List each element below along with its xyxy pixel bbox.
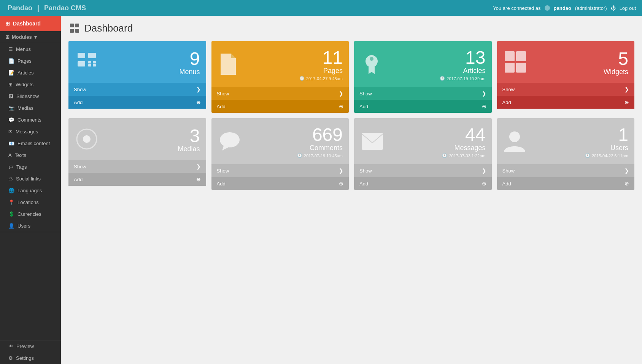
comments-add-link[interactable]: Add ⊕: [211, 177, 349, 190]
messages-date-value: 2017-07-03 1:22pm: [449, 154, 485, 158]
comments-icon: 💬: [8, 117, 14, 123]
articles-add-link[interactable]: Add ⊕: [354, 100, 492, 113]
comments-label: Comments: [297, 144, 343, 152]
cms-name: Pandao CMS: [44, 4, 86, 12]
page-title: Dashboard: [84, 22, 133, 34]
sidebar-item-users[interactable]: 👤 Users: [0, 220, 61, 232]
svg-rect-1: [75, 24, 79, 27]
sidebar-item-menus[interactable]: ☰ Menus: [0, 43, 61, 55]
svg-rect-14: [516, 51, 526, 61]
card-medias-actions: Show ❯ Add ⊕: [68, 160, 206, 186]
widgets-add-link[interactable]: Add ⊕: [497, 96, 635, 109]
pages-show-link[interactable]: Show ❯: [211, 87, 349, 100]
clock-icon: 🕐: [585, 153, 590, 158]
menus-count: 9: [179, 50, 200, 68]
plus-circle-icon: ⊕: [625, 99, 629, 105]
messages-show-link[interactable]: Show ❯: [354, 164, 492, 177]
power-icon: ⏻: [611, 5, 616, 11]
username: pandao: [554, 5, 571, 11]
sidebar-item-messages-label: Messages: [16, 129, 38, 135]
pages-count: 11: [299, 49, 343, 67]
sidebar-bottom: 👁 Preview ⚙ Settings: [0, 340, 61, 364]
sidebar-item-emails[interactable]: 📧 Emails content: [0, 138, 61, 149]
dashboard-header-icon: [68, 22, 81, 34]
layout: ⊞ Dashboard ⊞ Modules ▾ ☰ Menus 📄 Pages …: [0, 16, 642, 364]
sidebar-item-slideshow[interactable]: 🖼 Slideshow: [0, 90, 61, 102]
menus-icon: ☰: [8, 46, 13, 52]
clock-icon: 🕐: [297, 153, 302, 158]
sidebar-item-articles[interactable]: 📝 Articles: [0, 67, 61, 79]
sidebar-item-currencies[interactable]: 💲 Currencies: [0, 208, 61, 220]
users-show-label: Show: [502, 168, 515, 174]
svg-rect-7: [88, 61, 91, 63]
plus-circle-icon: ⊕: [482, 180, 486, 187]
sidebar-item-currencies-label: Currencies: [17, 211, 41, 217]
menus-show-link[interactable]: Show ❯: [68, 83, 206, 96]
modules-section[interactable]: ⊞ Modules ▾: [0, 31, 61, 43]
users-add-label: Add: [502, 181, 511, 187]
pages-date-value: 2017-04-27 9:45am: [306, 76, 343, 81]
card-widgets-top: 5 Widgets: [497, 41, 635, 83]
topbar: Pandao | Pandao CMS You are connected as…: [0, 0, 642, 16]
widgets-add-label: Add: [502, 100, 511, 105]
users-icon: 👤: [8, 223, 14, 229]
sidebar-item-tags-label: Tags: [16, 164, 27, 170]
sidebar-item-widgets[interactable]: ⊞ Widgets: [0, 79, 61, 90]
medias-show-link[interactable]: Show ❯: [68, 160, 206, 173]
svg-rect-2: [70, 29, 74, 33]
sidebar-item-languages[interactable]: 🌐 Languages: [0, 185, 61, 196]
sidebar-item-locations[interactable]: 📍 Locations: [0, 196, 61, 208]
medias-icon: 📷: [8, 105, 14, 111]
sidebar-separator: [0, 232, 61, 232]
clock-icon: 🕐: [299, 76, 305, 81]
messages-add-link[interactable]: Add ⊕: [354, 177, 492, 190]
sidebar-dashboard[interactable]: ⊞ Dashboard: [0, 16, 61, 31]
menus-add-link[interactable]: Add ⊕: [68, 96, 206, 109]
sidebar-item-messages[interactable]: ✉ Messages: [0, 126, 61, 138]
sidebar-item-settings[interactable]: ⚙ Settings: [0, 352, 61, 364]
sidebar-item-medias[interactable]: 📷 Medias: [0, 102, 61, 114]
card-users-top: 1 Users 🕐 2015-04-22 6:11pm: [497, 118, 635, 164]
comments-card-icon: [218, 129, 242, 155]
articles-label: Articles: [440, 67, 485, 75]
users-date: 🕐 2015-04-22 6:11pm: [585, 153, 628, 158]
svg-rect-0: [70, 24, 74, 27]
sidebar-item-preview[interactable]: 👁 Preview: [0, 340, 61, 352]
articles-show-link[interactable]: Show ❯: [354, 87, 492, 100]
sidebar-item-texts[interactable]: A Texts: [0, 149, 61, 161]
svg-point-12: [370, 57, 373, 61]
users-show-link[interactable]: Show ❯: [497, 164, 635, 177]
pages-date: 🕐 2017-04-27 9:45am: [299, 76, 343, 81]
pages-icon: 📄: [8, 58, 14, 64]
card-users-actions: Show ❯ Add ⊕: [497, 164, 635, 190]
sidebar-item-tags[interactable]: 🏷 Tags: [0, 161, 61, 173]
clock-icon: 🕐: [440, 76, 445, 81]
widgets-show-link[interactable]: Show ❯: [497, 83, 635, 96]
logout-link[interactable]: Log out: [620, 5, 636, 11]
sidebar-item-widgets-label: Widgets: [16, 82, 33, 87]
preview-icon: 👁: [8, 343, 13, 349]
sidebar-item-social[interactable]: ♺ Social links: [0, 173, 61, 185]
messages-icon: ✉: [8, 129, 13, 135]
comments-date-value: 2017-07-19 10:45am: [304, 154, 343, 158]
card-comments: 669 Comments 🕐 2017-07-19 10:45am Show ❯: [211, 118, 349, 190]
widgets-show-label: Show: [502, 87, 515, 92]
locations-icon: 📍: [8, 199, 14, 205]
card-users-numbers: 1 Users 🕐 2015-04-22 6:11pm: [585, 126, 628, 158]
card-widgets-numbers: 5 Widgets: [604, 50, 628, 76]
dashboard-label: Dashboard: [13, 21, 41, 27]
pages-card-icon: [218, 52, 239, 78]
pages-add-link[interactable]: Add ⊕: [211, 100, 349, 113]
users-add-link[interactable]: Add ⊕: [497, 177, 635, 190]
widgets-count: 5: [604, 50, 628, 68]
svg-rect-8: [93, 61, 96, 63]
languages-icon: 🌐: [8, 188, 14, 193]
slideshow-icon: 🖼: [8, 93, 13, 99]
tags-icon: 🏷: [8, 164, 13, 170]
sidebar-item-comments[interactable]: 💬 Comments: [0, 114, 61, 126]
comments-show-link[interactable]: Show ❯: [211, 164, 349, 177]
sidebar-item-pages[interactable]: 📄 Pages: [0, 55, 61, 67]
grid-icon: ⊞: [5, 34, 10, 40]
settings-icon: ⚙: [8, 355, 13, 361]
medias-add-link[interactable]: Add ⊕: [68, 173, 206, 186]
